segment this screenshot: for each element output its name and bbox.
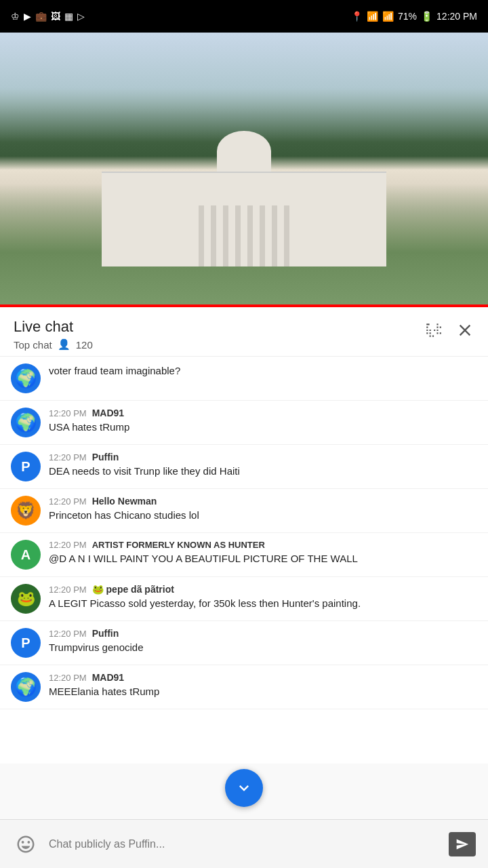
message-content: 12:20 PM Hello Newman Princeton has Chic… [49, 496, 477, 522]
message-author: MAD91 [92, 672, 124, 683]
message-meta: 12:20 PM Hello Newman [49, 496, 477, 507]
message-meta: 12:20 PM Puffin [49, 452, 477, 462]
clock: 12:20 PM [436, 11, 477, 22]
chat-header-actions [424, 318, 474, 340]
message-meta: 12:20 PM Puffin [49, 628, 477, 639]
briefcase-icon: 💼 [35, 11, 47, 22]
top-chat-label[interactable]: Top chat [14, 339, 52, 351]
grid-icon: ▦ [64, 11, 73, 22]
emoji-button[interactable] [11, 829, 41, 859]
message-content: voter fraud team imaginable? [49, 363, 477, 378]
list-item: P 12:20 PM Puffin DEA needs to visit Tru… [0, 445, 488, 489]
avatar: P [11, 452, 41, 481]
message-text: DEA needs to visit Trunp like they did H… [49, 464, 477, 478]
list-item: 🌍 12:20 PM MAD91 USA hates tRump [0, 401, 488, 445]
message-text: Trumpvirus genocide [49, 640, 477, 654]
location-icon: 📍 [351, 11, 363, 22]
viewer-icon: 👤 [58, 338, 70, 351]
close-button[interactable] [455, 321, 474, 340]
message-meta: 12:20 PM MAD91 [49, 408, 477, 418]
message-content: 12:20 PM MAD91 USA hates tRump [49, 408, 477, 434]
list-item: 🐸 12:20 PM 🐸 pepe dã pãtriot A LEGIT Pic… [0, 577, 488, 621]
message-content: 12:20 PM ARTIST FORMERLY KNOWN AS HUNTER… [49, 540, 477, 566]
chat-header: Live chat Top chat 👤 120 [0, 307, 488, 357]
scroll-to-bottom-button[interactable] [225, 769, 263, 807]
avatar: 🐸 [11, 584, 41, 614]
message-author: ARTIST FORMERLY KNOWN AS HUNTER [92, 540, 265, 550]
avatar: 🌍 [11, 408, 41, 437]
filter-button[interactable] [424, 321, 442, 339]
message-time: 12:20 PM [49, 540, 87, 550]
status-icons-right: 📍 📶 📶 71% 🔋 12:20 PM [351, 11, 477, 22]
youtube-icon: ▶ [24, 11, 31, 22]
message-author: Puffin [92, 628, 119, 639]
send-button[interactable] [447, 829, 477, 859]
message-text: USA hates tRump [49, 420, 477, 434]
list-item: A 12:20 PM ARTIST FORMERLY KNOWN AS HUNT… [0, 533, 488, 577]
message-meta: 12:20 PM MAD91 [49, 672, 477, 683]
message-author: 🐸 pepe dã pãtriot [92, 584, 174, 595]
crown-icon: ♔ [11, 11, 20, 22]
message-time: 12:20 PM [49, 408, 87, 418]
message-meta: 12:20 PM 🐸 pepe dã pãtriot [49, 584, 477, 595]
chat-input-field[interactable] [49, 829, 439, 859]
message-time: 12:20 PM [49, 452, 87, 462]
list-item: 🌍 voter fraud team imaginable? [0, 357, 488, 401]
video-player[interactable] [0, 33, 488, 307]
message-text: voter fraud team imaginable? [49, 363, 477, 378]
chat-input-bar [0, 819, 488, 868]
message-content: 12:20 PM MAD91 MEEElania hates tRump [49, 672, 477, 698]
signal-icon: 📶 [382, 11, 394, 22]
message-text: Princeton has Chicano studies lol [49, 508, 477, 522]
avatar: 🌍 [11, 672, 41, 702]
message-content: 12:20 PM Puffin DEA needs to visit Trunp… [49, 452, 477, 478]
list-item: 🦁 12:20 PM Hello Newman Princeton has Ch… [0, 489, 488, 533]
avatar: A [11, 540, 41, 570]
message-time: 12:20 PM [49, 585, 87, 595]
message-text: MEEElania hates tRump [49, 684, 477, 698]
play-store-icon: ▷ [77, 11, 85, 22]
message-content: 12:20 PM Puffin Trumpvirus genocide [49, 628, 477, 654]
message-author: Puffin [92, 452, 119, 462]
message-content: 12:20 PM 🐸 pepe dã pãtriot A LEGIT Picas… [49, 584, 477, 610]
message-author: Hello Newman [92, 496, 157, 507]
status-icons-left: ♔ ▶ 💼 🖼 ▦ ▷ [11, 11, 85, 22]
avatar: 🦁 [11, 496, 41, 526]
chat-title: Live chat [14, 318, 93, 336]
message-time: 12:20 PM [49, 496, 87, 507]
battery-text: 71% [398, 11, 417, 22]
image-icon: 🖼 [51, 11, 60, 22]
message-time: 12:20 PM [49, 673, 87, 683]
message-author: MAD91 [92, 408, 124, 418]
message-text: A LEGIT Picasso sold yesterday, for 350k… [49, 596, 477, 610]
status-bar: ♔ ▶ 💼 🖼 ▦ ▷ 📍 📶 📶 71% 🔋 12:20 PM [0, 0, 488, 33]
video-progress-bar [0, 304, 488, 307]
video-content [75, 117, 413, 267]
message-text: @D A N I WILL PAINT YOU A BEAUTIFUL PICT… [49, 551, 477, 566]
avatar: 🌍 [11, 363, 41, 393]
avatar: P [11, 628, 41, 658]
live-chat-section: Live chat Top chat 👤 120 🌍 [0, 307, 488, 764]
chat-subtitle: Top chat 👤 120 [14, 338, 93, 351]
message-time: 12:20 PM [49, 629, 87, 639]
battery-icon: 🔋 [421, 11, 432, 22]
list-item: 🌍 12:20 PM MAD91 MEEElania hates tRump [0, 665, 488, 709]
list-item: P 12:20 PM Puffin Trumpvirus genocide [0, 621, 488, 665]
message-meta: 12:20 PM ARTIST FORMERLY KNOWN AS HUNTER [49, 540, 477, 550]
chat-header-info: Live chat Top chat 👤 120 [14, 318, 93, 351]
viewer-count: 120 [76, 339, 93, 351]
wifi-icon: 📶 [367, 11, 378, 22]
chat-messages-list: 🌍 voter fraud team imaginable? 🌍 12:20 P… [0, 357, 488, 764]
